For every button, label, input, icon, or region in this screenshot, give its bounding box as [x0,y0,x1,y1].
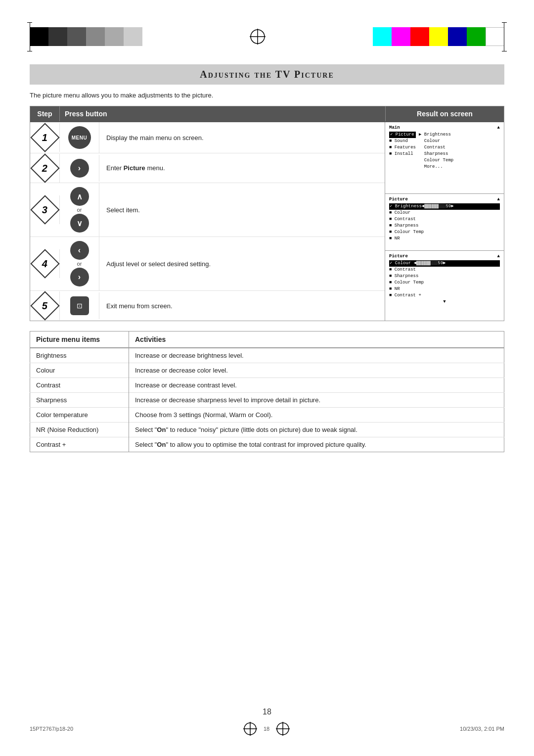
screen-1: Main ▲ ✓ Picture ■ Sound ■ Features ■ In… [385,122,504,194]
footer-reg-left [243,721,258,736]
menu-activity-colortemp: Choose from 3 settings (Normal, Warm or … [129,408,504,423]
page-title: Adjusting the TV Picture [30,64,504,85]
footer-left: 15PT2767/p18-20 [30,726,73,732]
step-3-row: 3 ∧ or ∨ Select item. [30,183,385,237]
exit-button[interactable]: ⊡ [70,296,89,315]
step-4-row: 4 ‹ or › Adjust level or select desired … [30,237,385,291]
screen-3: Picture ▲ ✓ Colour ◄▓▓▓▓▓▓░░░59► ■ Contr… [385,251,504,315]
reg-mark-left-bot [27,51,32,51]
step-4-desc: Adjust level or select desired setting. [99,256,385,272]
steps-table: Step Press button Result on screen 1 MEN… [30,106,504,321]
step-1-desc: Display the main menu on screen. [99,130,385,145]
menu-button[interactable]: MENU [68,126,91,149]
menu-activity-nr: Select "On" to reduce "noisy" picture (l… [129,423,504,437]
step-1-row: 1 MENU Display the main menu on screen. [30,122,385,153]
page-number: 18 [263,708,271,716]
menu-row-contrast: Contrast Increase or decrease contrast l… [30,378,504,393]
menu-row-colortemp: Color temperature Choose from 3 settings… [30,408,504,423]
menu-item-brightness: Brightness [30,348,129,363]
step-1-diamond: 1 [30,123,59,152]
nav-up-button[interactable]: ∧ [70,187,89,206]
reg-mark-left-top [27,22,32,23]
menu-item-contrastplus: Contrast + [30,437,129,452]
footer-center: 18 [243,721,290,736]
menu-row-contrastplus: Contrast + Select "On" to allow you to o… [30,437,504,452]
menu-item-contrast: Contrast [30,378,129,393]
col-press-header: Press button [60,106,385,121]
menu-item-colortemp: Color temperature [30,408,129,423]
reg-mark-right-top [502,22,507,23]
menu-item-sharpness: Sharpness [30,393,129,408]
menu-activity-colour: Increase or decrease color level. [129,363,504,378]
footer-reg-right [275,721,290,736]
or-label-3: or [77,207,82,213]
menu-row-sharpness: Sharpness Increase or decrease sharpness… [30,393,504,408]
nav-right-button[interactable]: › [70,159,89,178]
step-4-diamond: 4 [30,249,59,278]
nav-right2-button[interactable]: › [70,268,89,286]
step-3-diamond: 3 [30,195,59,224]
nav-left-button[interactable]: ‹ [70,241,89,260]
screen-2: Picture ▲ ✓ Brightness◄▓▓▓▓▓▓░░░59► ■ Co… [385,194,504,251]
step-5-desc: Exit menu from screen. [99,298,385,314]
screen-results-panel: Main ▲ ✓ Picture ■ Sound ■ Features ■ In… [385,122,504,321]
step-2-row: 2 › Enter Picture menu. [30,153,385,183]
step-5-row: 5 ⊡ Exit menu from screen. [30,291,385,321]
col-step-header: Step [30,106,60,121]
footer-center-label: 18 [264,726,269,732]
step-2-diamond: 2 [30,153,59,183]
menu-activity-sharpness: Increase or decrease sharpness level to … [129,393,504,408]
menu-activity-contrastplus: Select "On" to allow you to optimise the… [129,437,504,452]
nav-down-button[interactable]: ∨ [70,214,89,233]
reg-mark-right [504,22,504,51]
reg-mark-left [30,22,30,51]
step-2-desc: Enter Picture menu. [99,160,385,176]
menu-col-1-header: Picture menu items [30,331,129,348]
menu-activity-brightness: Increase or decrease brightness level. [129,348,504,363]
menu-item-nr: NR (Noise Reduction) [30,423,129,437]
menu-row-colour: Colour Increase or decrease color level. [30,363,504,378]
intro-text: The picture menu allows you to make adju… [30,92,504,99]
menu-items-table: Picture menu items Activities Brightness… [30,331,504,452]
menu-row-nr: NR (Noise Reduction) Select "On" to redu… [30,423,504,437]
or-label-4: or [77,261,82,267]
menu-item-colour: Colour [30,363,129,378]
menu-activity-contrast: Increase or decrease contrast level. [129,378,504,393]
footer: 15PT2767/p18-20 18 10/23/03, 2:01 PM [30,721,504,736]
step-3-desc: Select item. [99,202,385,218]
menu-col-2-header: Activities [129,331,504,348]
reg-mark-right-bot [502,51,507,51]
step-5-diamond: 5 [30,291,59,320]
menu-row-brightness: Brightness Increase or decrease brightne… [30,348,504,363]
crosshair-icon [249,28,267,46]
footer-right: 10/23/03, 2:01 PM [460,726,504,732]
col-result-header: Result on screen [385,106,504,121]
